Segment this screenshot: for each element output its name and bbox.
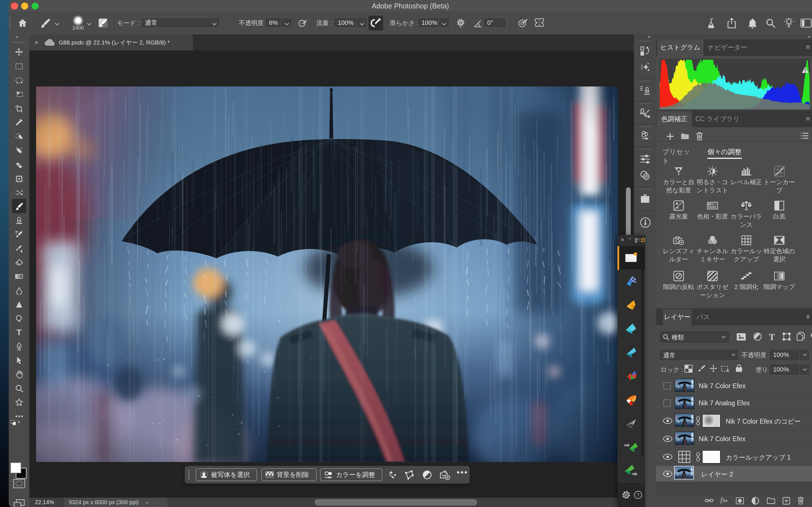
svg-text:?: ?	[637, 492, 639, 498]
